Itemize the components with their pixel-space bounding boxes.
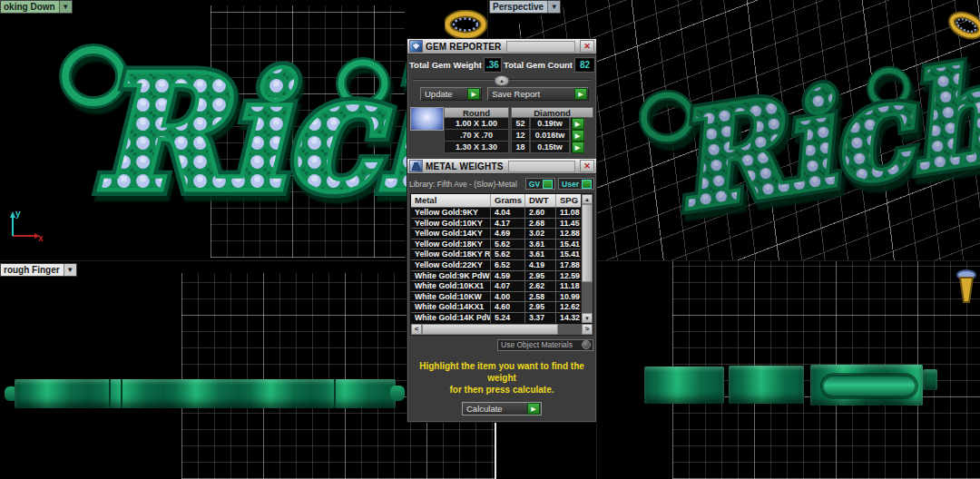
play-icon[interactable]: ▶ — [527, 403, 540, 415]
axis-y-label: y — [15, 209, 21, 219]
scrollbar-thumb[interactable] — [422, 324, 558, 335]
user-button[interactable]: User — [558, 178, 594, 190]
pendant-side-profile[interactable] — [15, 379, 396, 408]
close-icon[interactable]: ✕ — [580, 160, 594, 172]
metal-cell-dwt: 2.95 — [525, 302, 556, 312]
gem-count: 12 — [511, 130, 530, 142]
gv-button[interactable]: GV — [525, 178, 555, 190]
scrollbar-thumb[interactable] — [582, 204, 593, 282]
gem-total-weight: 0.016tw — [530, 130, 570, 142]
metal-cell-spg: 12.62 — [556, 302, 581, 312]
use-object-materials-dropdown[interactable]: Use Object Materials — [497, 339, 593, 351]
scroll-down-icon[interactable]: ▼ — [582, 313, 593, 323]
gold-ring-tilted-view[interactable] — [947, 9, 980, 42]
pendant-side-bail-right[interactable] — [390, 386, 405, 401]
metal-cell-grams: 6.52 — [491, 260, 525, 270]
vertical-scrollbar[interactable]: ▲ ▼ — [581, 194, 593, 323]
titlebar-spacer — [508, 161, 575, 172]
metal-row[interactable]: White Gold:14KX14.602.9512.62 — [411, 301, 581, 312]
docked-dialog-panel: GEM REPORTER ✕ Total Gem Weight .36 Tota… — [407, 38, 597, 423]
metal-row[interactable]: Yellow Gold:9KY4.042.6011.08 — [411, 207, 581, 218]
scroll-up-icon[interactable]: ▲ — [582, 194, 593, 204]
gem-row[interactable]: 1.30 X 1.30 18 0.15tw ▶ — [444, 142, 593, 153]
metal-row[interactable]: Yellow Gold:14KY4.693.0212.88 — [411, 228, 581, 239]
gem-reporter-dialog: GEM REPORTER ✕ Total Gem Weight .36 Tota… — [407, 39, 596, 153]
scroll-right-icon[interactable]: > — [582, 324, 593, 335]
pendant-side-slab-small[interactable] — [923, 369, 937, 390]
metal-weights-dialog: METAL WEIGHTS ✕ Library: Fifth Ave - (Sl… — [407, 159, 596, 422]
column-header-spg[interactable]: SPG — [556, 194, 581, 207]
gold-ring-top-view[interactable] — [445, 10, 487, 39]
metal-cell-grams: 4.17 — [491, 219, 525, 229]
gem-row[interactable]: 1.00 X 1.00 52 0.19tw ▶ — [444, 118, 593, 130]
chevron-down-icon[interactable]: ▼ — [59, 1, 72, 13]
metal-row[interactable]: Yellow Gold:10KY4.172.6811.45 — [411, 218, 581, 229]
column-header-dwt[interactable]: DWT — [525, 194, 556, 207]
total-gem-weight-value[interactable]: .36 — [485, 58, 501, 72]
metal-cell-metal: Yellow Gold:18KY R... — [411, 249, 491, 259]
horizontal-scrollbar[interactable]: < > — [410, 324, 593, 336]
metal-cell-spg: 14.32 — [556, 313, 581, 323]
metal-row[interactable]: Yellow Gold:22KY6.524.1917.88 — [411, 259, 581, 270]
pendant-side-bail-loop[interactable] — [822, 375, 916, 397]
gem-size: 1.30 X 1.30 — [444, 142, 509, 153]
viewport-tab-through-finger[interactable]: rough Finger ▼ — [0, 263, 77, 277]
metal-row[interactable]: White Gold:9K PdW4.592.9512.59 — [411, 270, 581, 281]
pendant-text-pave[interactable]: Rich — [663, 36, 980, 239]
play-icon[interactable]: ▶ — [572, 142, 584, 153]
gem-count: 18 — [511, 142, 530, 153]
metal-row[interactable]: White Gold:14K PdW5.243.3714.32 — [411, 312, 581, 323]
gem-row[interactable]: .70 X .70 12 0.016tw ▶ — [444, 130, 593, 142]
total-gem-count-value[interactable]: 82 — [575, 58, 594, 72]
profile-seam — [121, 379, 122, 408]
pendant-side-slab[interactable] — [729, 366, 804, 404]
collapse-handle-icon[interactable]: ▲ — [495, 75, 510, 86]
update-button[interactable]: Update ▶ — [420, 87, 482, 101]
play-icon[interactable]: ▶ — [574, 88, 587, 100]
play-icon[interactable]: ▶ — [572, 130, 584, 142]
metal-library-label: Library: Fifth Ave - (Slow)-Metal — [409, 180, 523, 189]
scroll-left-icon[interactable]: < — [411, 324, 422, 335]
close-icon[interactable]: ✕ — [580, 40, 594, 53]
metal-cell-metal: Yellow Gold:10KY — [411, 219, 491, 229]
chevron-down-icon[interactable]: ▼ — [64, 264, 76, 276]
metal-cell-dwt: 3.61 — [525, 240, 556, 249]
column-header-grams[interactable]: Grams — [491, 194, 525, 207]
metal-cell-metal: White Gold:10KX1 — [411, 281, 491, 291]
metal-table: Metal Grams DWT SPG Yellow Gold:9KY4.042… — [410, 193, 593, 324]
metal-cell-dwt: 2.62 — [525, 281, 556, 291]
metal-row[interactable]: White Gold:10KX14.072.6211.18 — [411, 280, 581, 291]
viewport-tab-looking-down[interactable]: oking Down ▼ — [0, 0, 73, 14]
pendant-side-slab[interactable] — [644, 367, 724, 404]
metal-row[interactable]: Yellow Gold:18KY R...5.623.6115.41 — [411, 249, 581, 259]
metal-cell-grams: 4.04 — [491, 208, 525, 218]
metal-cell-dwt: 2.95 — [525, 271, 556, 281]
option-circle-icon — [582, 340, 591, 349]
metal-cell-spg: 11.08 — [556, 208, 581, 218]
gem-table: Round Diamond 1.00 X 1.00 52 0.19tw ▶ .7… — [410, 107, 593, 153]
metal-cell-spg: 10.99 — [556, 292, 581, 302]
save-report-button[interactable]: Save Report ▶ — [487, 87, 589, 101]
metal-row[interactable]: White Gold:10KW4.002.5810.99 — [411, 291, 581, 302]
column-header-round: Round — [444, 107, 509, 118]
metal-cell-metal: White Gold:14KX1 — [411, 302, 491, 312]
metal-cell-dwt: 2.60 — [525, 208, 556, 218]
chevron-down-icon[interactable]: ▼ — [547, 1, 560, 13]
gem-thumbnail[interactable] — [410, 107, 444, 131]
gem-reporter-titlebar[interactable]: GEM REPORTER ✕ — [407, 39, 596, 54]
metal-row[interactable]: Yellow Gold:18KY5.623.6115.41 — [411, 239, 581, 249]
viewport-side[interactable] — [597, 261, 980, 479]
metal-weights-titlebar[interactable]: METAL WEIGHTS ✕ — [407, 159, 596, 174]
gold-ring-side-view[interactable] — [953, 268, 980, 306]
metal-cell-metal: White Gold:14K PdW — [411, 313, 491, 323]
metal-cell-dwt: 3.02 — [525, 229, 556, 239]
viewport-tab-label: Perspective — [490, 1, 547, 13]
calculate-button[interactable]: Calculate ▶ — [462, 402, 542, 415]
viewport-tab-perspective[interactable]: Perspective ▼ — [489, 0, 561, 14]
play-icon[interactable]: ▶ — [572, 118, 584, 130]
metal-cell-metal: Yellow Gold:14KY — [411, 229, 491, 239]
column-header-metal[interactable]: Metal — [411, 194, 491, 207]
metal-cell-grams: 4.59 — [491, 271, 525, 281]
play-icon[interactable]: ▶ — [467, 88, 480, 100]
metal-cell-dwt: 3.37 — [525, 313, 556, 323]
